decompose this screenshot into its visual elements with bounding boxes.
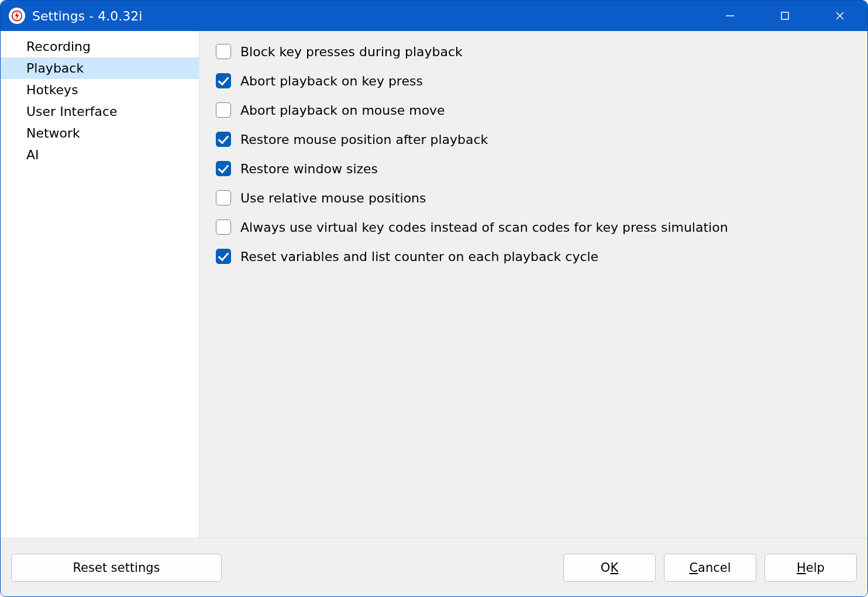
content-panel: Block key presses during playback Abort … bbox=[199, 31, 867, 538]
option-reset-variables: Reset variables and list counter on each… bbox=[216, 249, 851, 264]
settings-window: Settings - 4.0.32i Recording Playback Ho… bbox=[0, 0, 868, 597]
sidebar-item-playback[interactable]: Playback bbox=[1, 57, 199, 79]
app-icon bbox=[9, 8, 25, 24]
sidebar-item-label: Hotkeys bbox=[26, 83, 78, 97]
button-label: Help bbox=[797, 561, 825, 575]
close-button[interactable] bbox=[812, 1, 867, 31]
option-restore-mouse: Restore mouse position after playback bbox=[216, 132, 851, 147]
option-label: Reset variables and list counter on each… bbox=[240, 249, 598, 264]
button-label: OK bbox=[601, 561, 618, 575]
option-label: Abort playback on key press bbox=[240, 74, 423, 88]
help-button[interactable]: Help bbox=[764, 554, 857, 582]
body: Recording Playback Hotkeys User Interfac… bbox=[1, 31, 867, 538]
svg-rect-2 bbox=[781, 12, 788, 19]
checkbox-restore-mouse[interactable] bbox=[216, 132, 231, 147]
checkbox-restore-window-sizes[interactable] bbox=[216, 161, 231, 176]
sidebar-item-label: Recording bbox=[26, 39, 91, 54]
sidebar-item-ai[interactable]: AI bbox=[1, 144, 199, 166]
checkbox-reset-variables[interactable] bbox=[216, 249, 231, 264]
option-relative-mouse: Use relative mouse positions bbox=[216, 190, 851, 205]
option-restore-window-sizes: Restore window sizes bbox=[216, 161, 851, 176]
button-label: Cancel bbox=[689, 561, 731, 575]
checkbox-relative-mouse[interactable] bbox=[216, 190, 231, 205]
option-virtual-key-codes: Always use virtual key codes instead of … bbox=[216, 219, 851, 235]
maximize-button[interactable] bbox=[757, 1, 812, 31]
option-label: Abort playback on mouse move bbox=[240, 103, 445, 118]
footer: Reset settings OK Cancel Help bbox=[1, 538, 867, 596]
sidebar-item-user-interface[interactable]: User Interface bbox=[1, 101, 199, 122]
option-label: Block key presses during playback bbox=[240, 44, 463, 59]
option-label: Restore mouse position after playback bbox=[240, 132, 488, 147]
option-block-key-presses: Block key presses during playback bbox=[216, 44, 851, 59]
option-abort-on-key: Abort playback on key press bbox=[216, 73, 851, 88]
option-abort-on-mouse: Abort playback on mouse move bbox=[216, 102, 851, 118]
checkbox-abort-on-key[interactable] bbox=[216, 73, 231, 88]
sidebar-item-hotkeys[interactable]: Hotkeys bbox=[1, 79, 199, 101]
minimize-button[interactable] bbox=[702, 1, 757, 31]
reset-settings-button[interactable]: Reset settings bbox=[11, 554, 222, 582]
titlebar: Settings - 4.0.32i bbox=[1, 1, 867, 31]
checkbox-abort-on-mouse[interactable] bbox=[216, 102, 231, 118]
maximize-icon bbox=[780, 11, 790, 21]
sidebar-item-label: Playback bbox=[26, 61, 84, 76]
window-title: Settings - 4.0.32i bbox=[32, 9, 142, 23]
option-label: Always use virtual key codes instead of … bbox=[240, 220, 728, 235]
option-label: Use relative mouse positions bbox=[240, 191, 426, 205]
button-label: Reset settings bbox=[73, 561, 160, 575]
cancel-button[interactable]: Cancel bbox=[664, 554, 756, 582]
option-label: Restore window sizes bbox=[240, 162, 378, 176]
sidebar-item-recording[interactable]: Recording bbox=[1, 36, 199, 57]
ok-button[interactable]: OK bbox=[563, 554, 656, 582]
checkbox-virtual-key-codes[interactable] bbox=[216, 219, 231, 235]
sidebar-item-label: User Interface bbox=[26, 104, 118, 119]
checkbox-block-key-presses[interactable] bbox=[216, 44, 231, 59]
sidebar: Recording Playback Hotkeys User Interfac… bbox=[1, 31, 199, 538]
minimize-icon bbox=[725, 11, 735, 21]
sidebar-item-label: AI bbox=[26, 147, 39, 162]
sidebar-item-label: Network bbox=[26, 126, 80, 140]
sidebar-item-network[interactable]: Network bbox=[1, 122, 199, 144]
close-icon bbox=[835, 11, 845, 21]
window-controls bbox=[702, 1, 867, 31]
